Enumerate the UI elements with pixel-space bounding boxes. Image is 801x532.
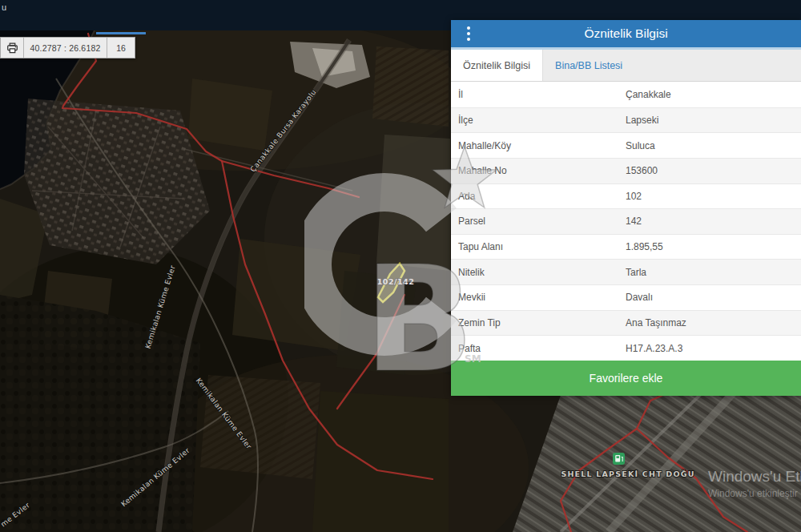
- attribute-info-panel: Öznitelik Bilgisi Öznitelik Bilgisi Bina…: [451, 20, 801, 396]
- coordinates-display: 40.2787 : 26.6182: [23, 38, 107, 58]
- print-button[interactable]: [1, 38, 23, 58]
- gas-station-icon[interactable]: [613, 453, 625, 465]
- table-row-mahalle-no: Mahalle No 153600: [451, 158, 801, 183]
- tab-oznitelik-bilgisi[interactable]: Öznitelik Bilgisi: [451, 50, 543, 81]
- table-row-pafta: Pafta H17.A.23.A.3: [451, 335, 801, 361]
- tab-bina-bb-listesi[interactable]: Bina/BB Listesi: [543, 50, 634, 81]
- table-row-ada: Ada 102: [451, 183, 801, 209]
- table-row-zemin-tip: Zemin Tip Ana Taşınmaz: [451, 310, 801, 336]
- table-row-parsel: Parsel 142: [451, 208, 801, 234]
- panel-title: Öznitelik Bilgisi: [451, 26, 801, 41]
- table-row-mahalle-koy: Mahalle/Köy Suluca: [451, 132, 801, 158]
- table-row-mevkii: Mevkii Davalı: [451, 284, 801, 310]
- add-to-favorites-button[interactable]: Favorilere ekle: [451, 361, 801, 396]
- table-row-ilce: İlçe Lapseki: [451, 107, 801, 133]
- topbar-partial-text: u: [2, 2, 6, 12]
- table-row-il: İl Çanakkale: [451, 82, 801, 107]
- app-window: 102/142 Çanakkale Bursa Karayolu Kemikal…: [0, 0, 801, 532]
- attribute-table: İl Çanakkale İlçe Lapseki Mahalle/Köy Su…: [451, 82, 801, 361]
- printer-icon: [6, 42, 18, 54]
- table-row-nitelik: Nitelik Tarla: [451, 259, 801, 284]
- parcel-number-label: 102/142: [377, 277, 415, 286]
- map-toolbar: 40.2787 : 26.6182 16: [0, 37, 135, 58]
- table-row-tapu-alani: Tapu Alanı 1.895,55: [451, 234, 801, 260]
- blue-accent-line: [96, 32, 146, 34]
- shell-station-label: SHELL LAPSEKİ CHT DOĞU: [561, 470, 694, 478]
- panel-tabs: Öznitelik Bilgisi Bina/BB Listesi: [451, 50, 801, 82]
- panel-header: Öznitelik Bilgisi: [451, 20, 801, 50]
- zoom-level-display: 16: [107, 38, 135, 58]
